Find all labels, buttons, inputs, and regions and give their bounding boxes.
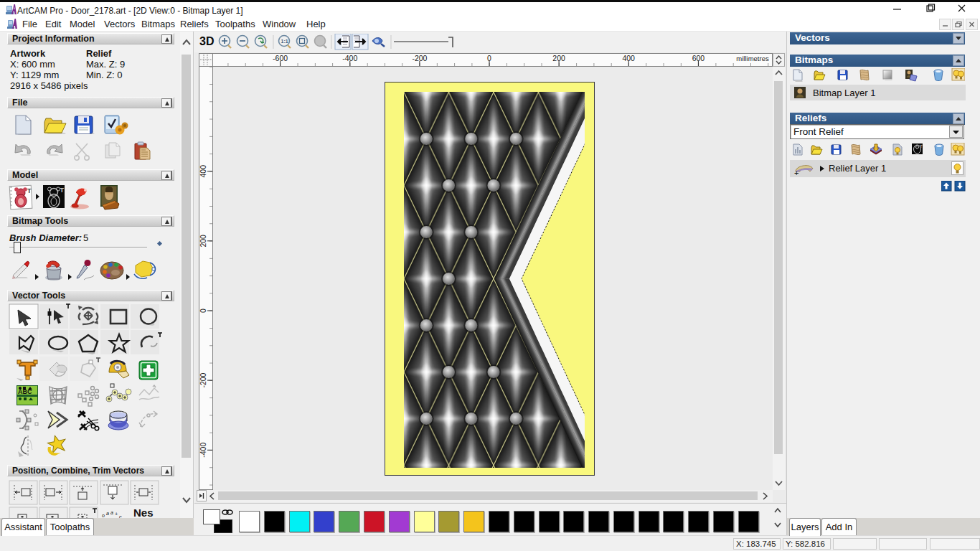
svg-text:400: 400: [622, 54, 635, 62]
svg-text:400: 400: [199, 165, 207, 178]
svg-text:+: +: [794, 169, 798, 176]
svg-text:-400: -400: [199, 443, 207, 458]
svg-text:-200: -200: [199, 372, 207, 387]
svg-text:0: 0: [487, 54, 491, 62]
svg-text:T: T: [27, 187, 32, 194]
svg-text:200: 200: [552, 54, 565, 62]
svg-text:+: +: [115, 512, 118, 517]
svg-text:-400: -400: [342, 54, 357, 62]
svg-text:-600: -600: [273, 54, 288, 62]
svg-text:o: o: [102, 513, 105, 518]
svg-text:a: a: [110, 510, 113, 515]
svg-text:T: T: [60, 187, 65, 194]
svg-text:-200: -200: [412, 54, 427, 62]
svg-text:a: a: [106, 511, 109, 516]
svg-text:millimetres: millimetres: [736, 55, 769, 62]
svg-text:0: 0: [199, 309, 207, 313]
svg-text:T: T: [920, 144, 923, 149]
svg-text:200: 200: [199, 235, 207, 248]
svg-text:600: 600: [692, 54, 705, 62]
svg-text:1:1: 1:1: [281, 39, 288, 44]
